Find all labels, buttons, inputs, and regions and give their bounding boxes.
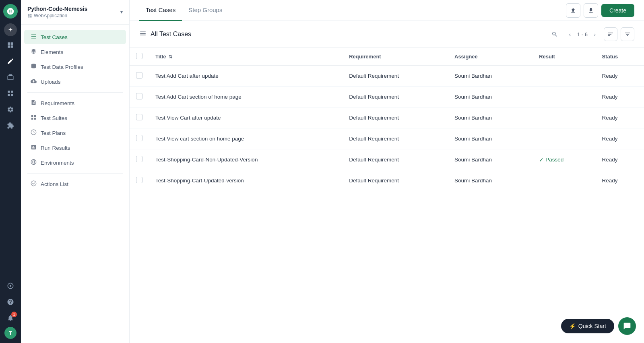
- row-checkbox[interactable]: [136, 177, 142, 183]
- table-body: Test Add Cart after update Default Requi…: [130, 66, 644, 191]
- test-suites-icon: [31, 114, 37, 122]
- sidebar-item-test-data-profiles[interactable]: Test Data Profiles: [24, 60, 126, 74]
- sidebar-divider-2: [27, 173, 123, 174]
- user-avatar[interactable]: T: [4, 327, 17, 339]
- table-header-right: ‹ 1 - 6 ›: [548, 27, 634, 41]
- title-sort-indicator[interactable]: ⇅: [169, 54, 172, 59]
- td-status: Ready: [595, 149, 644, 170]
- row-title[interactable]: Test Add Cart section of home page: [155, 94, 242, 100]
- sort-button[interactable]: [604, 27, 617, 41]
- pagination: ‹ 1 - 6 ›: [564, 29, 601, 40]
- notification-icon[interactable]: 1: [3, 311, 18, 325]
- td-title: Test-Shopping-Cart-Updated-version: [149, 170, 343, 191]
- table-row: Test View Cart after update Default Requ…: [130, 107, 644, 128]
- sidebar-item-run-results[interactable]: Run Results: [24, 141, 126, 155]
- sidebar-item-environments[interactable]: Environments: [24, 155, 126, 170]
- row-checkbox[interactable]: [136, 114, 142, 120]
- td-assignee: Soumi Bardhan: [448, 149, 533, 170]
- sidebar-item-test-suites[interactable]: Test Suites: [24, 111, 126, 125]
- select-all-checkbox[interactable]: [136, 53, 142, 59]
- table-row: Test Add Cart section of home page Defau…: [130, 87, 644, 107]
- table-head: Title ⇅ Requirement Assignee Result Stat…: [130, 48, 644, 66]
- grid-icon[interactable]: [3, 86, 18, 101]
- circle-icon[interactable]: [3, 279, 18, 293]
- sidebar: Python-Code-Nemesis WebApplication ▾ Tes…: [21, 0, 130, 343]
- requirements-icon: [31, 99, 37, 107]
- chevron-down-icon: ▾: [120, 9, 123, 15]
- table-row: Test View cart section on home page Defa…: [130, 128, 644, 149]
- th-status: Status: [595, 48, 644, 66]
- td-requirement: Default Requirement: [343, 128, 448, 149]
- edit-icon[interactable]: [3, 54, 18, 68]
- table-title-area: All Test Cases: [139, 30, 191, 39]
- tabs-bar: Test Cases Step Groups Create: [130, 0, 644, 21]
- th-requirement: Requirement: [343, 48, 448, 66]
- td-result: [533, 128, 595, 149]
- td-assignee: Soumi Bardhan: [448, 170, 533, 191]
- sidebar-header[interactable]: Python-Code-Nemesis WebApplication ▾: [21, 0, 129, 25]
- sidebar-item-test-plans[interactable]: Test Plans: [24, 126, 126, 140]
- briefcase-icon[interactable]: [3, 70, 18, 85]
- test-cases-icon: [31, 33, 37, 41]
- help-icon[interactable]: [3, 295, 18, 309]
- th-result: Result: [533, 48, 595, 66]
- settings-icon[interactable]: [3, 102, 18, 117]
- td-checkbox: [130, 66, 149, 87]
- uploads-icon: [31, 78, 37, 85]
- filter-button[interactable]: [621, 27, 634, 41]
- quick-start-button[interactable]: ⚡ Quick Start: [561, 319, 614, 333]
- check-icon: ✓: [539, 157, 544, 163]
- actions-list-icon: [31, 180, 37, 188]
- row-checkbox[interactable]: [136, 93, 142, 99]
- sidebar-item-actions-list[interactable]: Actions List: [24, 177, 126, 191]
- hamburger-icon[interactable]: [139, 30, 147, 39]
- sidebar-item-uploads[interactable]: Uploads: [24, 74, 126, 89]
- sidebar-item-label: Test Plans: [41, 130, 66, 136]
- td-checkbox: [130, 170, 149, 191]
- row-title[interactable]: Test Add Cart after update: [155, 73, 219, 79]
- download-button[interactable]: [584, 3, 598, 18]
- pagination-next[interactable]: ›: [589, 29, 601, 40]
- svg-point-6: [31, 181, 36, 186]
- td-result: [533, 170, 595, 191]
- row-title[interactable]: Test-Shopping-Cart-Updated-version: [155, 178, 244, 184]
- result-passed: ✓ Passed: [539, 157, 589, 163]
- app-logo[interactable]: [3, 4, 18, 19]
- td-requirement: Default Requirement: [343, 66, 448, 87]
- create-button[interactable]: Create: [601, 4, 634, 17]
- row-checkbox[interactable]: [136, 156, 142, 162]
- puzzle-icon[interactable]: [3, 118, 18, 133]
- test-plans-icon: [31, 129, 37, 136]
- test-cases-table: Title ⇅ Requirement Assignee Result Stat…: [130, 48, 644, 191]
- pagination-range: 1 - 6: [577, 31, 588, 37]
- sidebar-item-label: Run Results: [41, 145, 70, 151]
- sidebar-item-elements[interactable]: Elements: [24, 45, 126, 59]
- td-requirement: Default Requirement: [343, 149, 448, 170]
- sidebar-item-label: Uploads: [41, 79, 61, 85]
- td-assignee: Soumi Bardhan: [448, 66, 533, 87]
- row-checkbox[interactable]: [136, 135, 142, 141]
- td-status: Ready: [595, 87, 644, 107]
- row-title[interactable]: Test View Cart after update: [155, 115, 221, 121]
- td-assignee: Soumi Bardhan: [448, 87, 533, 107]
- row-title[interactable]: Test View cart section on home page: [155, 136, 244, 142]
- row-title[interactable]: Test-Shopping-Card-Non-Updated-Version: [155, 157, 258, 163]
- add-icon[interactable]: +: [4, 23, 17, 36]
- td-assignee: Soumi Bardhan: [448, 128, 533, 149]
- th-title: Title ⇅: [149, 48, 343, 66]
- dashboard-icon[interactable]: [3, 38, 18, 52]
- tab-test-cases[interactable]: Test Cases: [139, 0, 182, 21]
- upload-button[interactable]: [566, 3, 580, 18]
- row-checkbox[interactable]: [136, 72, 142, 79]
- sidebar-item-requirements[interactable]: Requirements: [24, 96, 126, 110]
- sidebar-item-test-cases[interactable]: Test Cases: [24, 30, 126, 44]
- td-assignee: Soumi Bardhan: [448, 107, 533, 128]
- td-result: [533, 107, 595, 128]
- search-button[interactable]: [548, 28, 561, 41]
- td-checkbox: [130, 87, 149, 107]
- sidebar-nav: Test Cases Elements Test Data Profiles U…: [21, 25, 129, 343]
- chat-button[interactable]: [618, 317, 636, 335]
- environments-icon: [31, 159, 37, 166]
- pagination-prev[interactable]: ‹: [564, 29, 576, 40]
- tab-step-groups[interactable]: Step Groups: [182, 0, 229, 21]
